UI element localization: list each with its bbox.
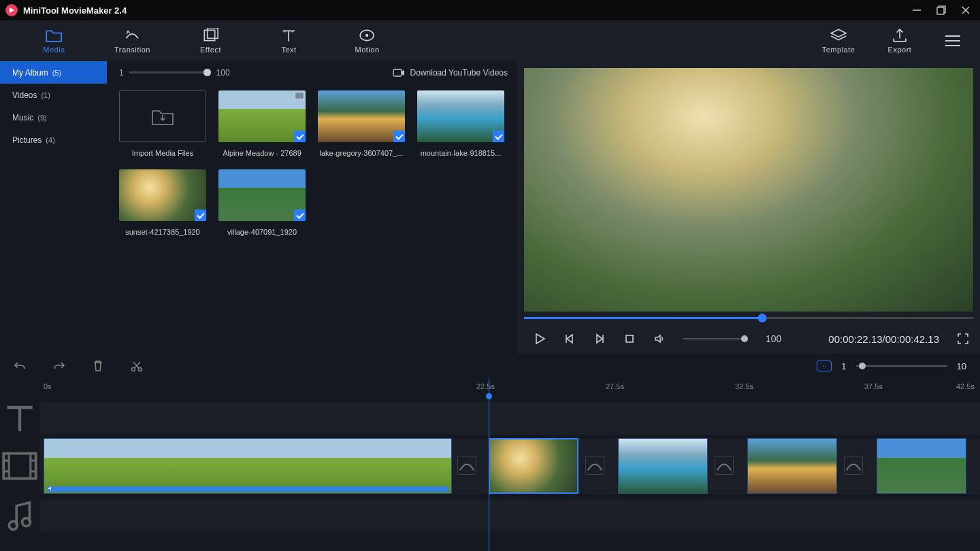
media-item[interactable]: lake-gregory-3607407_...: [318, 90, 405, 157]
tab-media-label: Media: [43, 46, 65, 54]
fit-timeline-button[interactable]: ↔: [817, 361, 832, 371]
volume-slider[interactable]: [683, 338, 748, 339]
ruler-tick: 27.5s: [606, 382, 624, 390]
transition-slot[interactable]: [585, 456, 604, 475]
template-button[interactable]: Template: [808, 20, 869, 61]
download-youtube-label: Download YouTube Videos: [410, 68, 508, 78]
tab-text[interactable]: Text: [250, 20, 328, 61]
split-button[interactable]: [131, 360, 143, 372]
tab-media[interactable]: Media: [15, 20, 93, 61]
video-track[interactable]: [39, 438, 980, 494]
close-button[interactable]: [961, 5, 970, 15]
transition-slot[interactable]: [457, 456, 476, 475]
check-icon: [294, 210, 306, 221]
sidebar-item-videos[interactable]: Videos (1): [0, 84, 107, 106]
play-button[interactable]: [534, 333, 546, 345]
text-icon: [280, 28, 297, 43]
timeline-clip[interactable]: [877, 438, 966, 494]
thumbnail-zoom-slider[interactable]: [129, 71, 211, 73]
preview-viewport[interactable]: [524, 68, 973, 312]
svg-rect-9: [393, 69, 402, 76]
svg-rect-6: [208, 28, 218, 38]
sidebar-item-pictures[interactable]: Pictures (4): [0, 129, 107, 151]
export-button[interactable]: Export: [869, 20, 930, 61]
export-icon: [892, 28, 908, 43]
prev-frame-button[interactable]: [564, 333, 576, 345]
app-title: MiniTool MovieMaker 2.4: [23, 5, 127, 16]
sidebar-item-label: My Album: [12, 68, 48, 78]
camera-icon: [393, 68, 405, 78]
menu-button[interactable]: [941, 35, 965, 46]
sidebar-item-label: Videos: [12, 90, 37, 100]
download-youtube-link[interactable]: Download YouTube Videos: [393, 68, 508, 78]
import-label: Import Media Files: [119, 149, 206, 157]
tab-motion[interactable]: Motion: [328, 20, 406, 61]
transition-slot[interactable]: [844, 456, 863, 475]
timeline-clip[interactable]: [489, 438, 578, 494]
tl-zoom-max: 10: [957, 361, 966, 371]
tab-transition[interactable]: Transition: [93, 20, 172, 61]
sidebar-item-label: Music: [12, 113, 33, 122]
import-folder-icon: [151, 107, 174, 126]
media-item-label: lake-gregory-3607407_...: [318, 149, 405, 157]
media-zoom-bar: 1 100 Download YouTube Videos: [107, 61, 517, 84]
maximize-button[interactable]: [936, 5, 946, 15]
undo-button[interactable]: [14, 361, 26, 371]
zoom-max-label: 100: [216, 68, 230, 78]
video-track-header[interactable]: [0, 438, 39, 494]
timeline-zoom-slider[interactable]: [856, 365, 947, 367]
redo-button[interactable]: [53, 361, 65, 371]
ruler-tick: 37.5s: [864, 382, 883, 390]
text-track-header[interactable]: [0, 402, 39, 435]
timeline-clip[interactable]: [747, 438, 837, 494]
media-item-label: village-407091_1920: [218, 228, 306, 236]
media-item-label: Alpine Meadow - 27689: [218, 149, 306, 157]
preview-panel: 100 00:00:22.13/00:00:42.13: [517, 61, 980, 354]
app-logo: [5, 4, 18, 16]
timeline-clip[interactable]: [618, 438, 708, 494]
folder-icon: [45, 28, 63, 43]
playhead[interactable]: [489, 378, 489, 551]
timeline-clip[interactable]: [44, 438, 452, 494]
transition-slot[interactable]: [715, 456, 734, 475]
svg-rect-10: [626, 335, 633, 342]
playback-time: 00:00:22.13/00:00:42.13: [828, 333, 939, 345]
clip-audio-bar: [47, 486, 448, 492]
import-media-button[interactable]: Import Media Files: [119, 90, 206, 157]
text-track[interactable]: [39, 402, 980, 435]
media-panel: 1 100 Download YouTube Videos Import Med…: [107, 61, 517, 354]
sidebar: My Album (5) Videos (1) Music (9) Pictur…: [0, 61, 107, 354]
time-total: 00:00:42.13: [885, 333, 939, 345]
audio-track-header[interactable]: [0, 499, 39, 532]
media-item[interactable]: village-407091_1920: [218, 169, 306, 236]
minimize-button[interactable]: [912, 5, 921, 15]
motion-icon: [359, 28, 375, 43]
media-item[interactable]: mountain-lake-918815...: [417, 90, 504, 157]
audio-track[interactable]: [39, 499, 980, 532]
titlebar: MiniTool MovieMaker 2.4: [0, 0, 980, 20]
sidebar-item-count: (1): [41, 91, 50, 99]
media-item-label: sunset-4217385_1920: [119, 228, 206, 236]
sidebar-item-myalbum[interactable]: My Album (5): [0, 61, 107, 84]
media-item[interactable]: sunset-4217385_1920: [119, 169, 206, 236]
template-icon: [830, 28, 847, 43]
media-item[interactable]: Alpine Meadow - 27689: [218, 90, 306, 157]
zoom-min-label: 1: [119, 68, 124, 78]
playback-controls: 100 00:00:22.13/00:00:42.13: [524, 324, 973, 354]
svg-point-14: [9, 521, 17, 529]
tab-effect-label: Effect: [200, 46, 221, 54]
check-icon: [393, 131, 405, 142]
delete-button[interactable]: [93, 360, 103, 372]
tab-text-label: Text: [281, 46, 296, 54]
volume-icon[interactable]: [653, 333, 666, 345]
tab-effect[interactable]: Effect: [172, 20, 250, 61]
playback-scrubber[interactable]: [524, 312, 973, 324]
stop-button[interactable]: [623, 333, 636, 345]
sidebar-item-music[interactable]: Music (9): [0, 106, 107, 129]
timeline[interactable]: 0s22.5s27.5s32.5s37.5s42.5s: [0, 378, 980, 551]
ruler-tick: 42.5s: [956, 382, 975, 390]
export-label: Export: [888, 46, 912, 54]
next-frame-button[interactable]: [593, 333, 606, 345]
sidebar-item-count: (5): [52, 69, 61, 77]
fullscreen-button[interactable]: [957, 333, 969, 345]
